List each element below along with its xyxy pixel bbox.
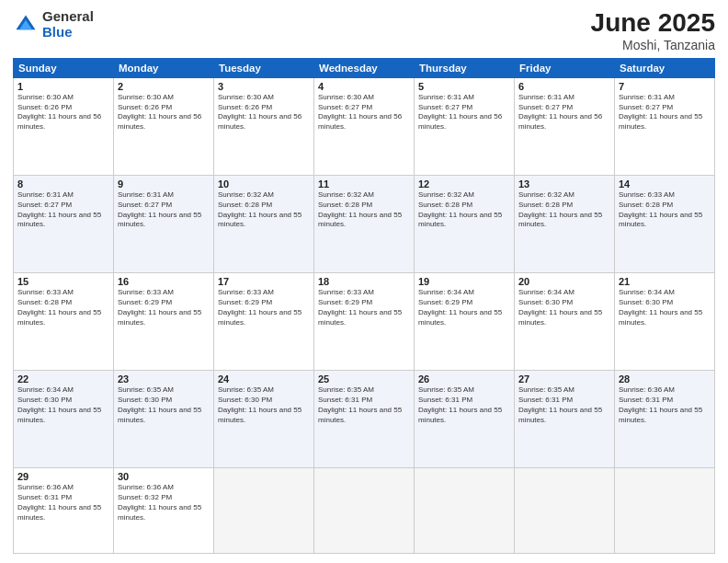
calendar-day-cell: 28Sunrise: 6:36 AMSunset: 6:31 PMDayligh… xyxy=(615,371,715,468)
calendar-header-row: SundayMondayTuesdayWednesdayThursdayFrid… xyxy=(14,58,715,77)
day-number: 30 xyxy=(118,471,210,482)
day-number: 10 xyxy=(218,178,310,190)
day-info: Sunrise: 6:36 AMSunset: 6:31 PMDaylight:… xyxy=(619,385,711,425)
calendar-week-row: 29Sunrise: 6:36 AMSunset: 6:31 PMDayligh… xyxy=(14,468,715,554)
month-title: June 2025 xyxy=(591,9,715,38)
day-number: 5 xyxy=(418,81,510,92)
day-number: 22 xyxy=(17,373,109,385)
day-number: 14 xyxy=(619,178,711,190)
calendar-day-cell xyxy=(314,468,415,554)
day-info: Sunrise: 6:31 AMSunset: 6:27 PMDaylight:… xyxy=(118,190,210,230)
calendar-col-header: Thursday xyxy=(415,58,515,77)
day-number: 20 xyxy=(518,276,610,287)
day-number: 2 xyxy=(118,81,210,92)
day-number: 8 xyxy=(17,178,109,190)
day-info: Sunrise: 6:31 AMSunset: 6:27 PMDaylight:… xyxy=(17,190,109,230)
day-number: 25 xyxy=(318,373,410,385)
day-info: Sunrise: 6:31 AMSunset: 6:27 PMDaylight:… xyxy=(418,93,510,132)
day-number: 17 xyxy=(218,276,310,287)
calendar-day-cell: 14Sunrise: 6:33 AMSunset: 6:28 PMDayligh… xyxy=(615,175,715,272)
calendar-day-cell: 10Sunrise: 6:32 AMSunset: 6:28 PMDayligh… xyxy=(214,175,314,272)
day-info: Sunrise: 6:31 AMSunset: 6:27 PMDaylight:… xyxy=(619,93,711,132)
day-number: 12 xyxy=(418,178,510,190)
day-info: Sunrise: 6:34 AMSunset: 6:30 PMDaylight:… xyxy=(17,385,109,425)
calendar-day-cell: 19Sunrise: 6:34 AMSunset: 6:29 PMDayligh… xyxy=(415,273,515,371)
calendar-day-cell: 17Sunrise: 6:33 AMSunset: 6:29 PMDayligh… xyxy=(214,273,314,371)
calendar-day-cell: 16Sunrise: 6:33 AMSunset: 6:29 PMDayligh… xyxy=(114,273,214,371)
day-number: 21 xyxy=(619,276,711,287)
calendar-day-cell: 5Sunrise: 6:31 AMSunset: 6:27 PMDaylight… xyxy=(415,77,515,175)
day-number: 23 xyxy=(118,373,210,385)
day-number: 4 xyxy=(318,81,410,92)
day-number: 15 xyxy=(17,276,109,287)
day-number: 1 xyxy=(17,81,109,92)
calendar-week-row: 15Sunrise: 6:33 AMSunset: 6:28 PMDayligh… xyxy=(14,273,715,371)
calendar-week-row: 22Sunrise: 6:34 AMSunset: 6:30 PMDayligh… xyxy=(14,371,715,468)
day-info: Sunrise: 6:34 AMSunset: 6:30 PMDaylight:… xyxy=(619,288,711,327)
day-info: Sunrise: 6:35 AMSunset: 6:31 PMDaylight:… xyxy=(518,385,610,425)
calendar-day-cell: 20Sunrise: 6:34 AMSunset: 6:30 PMDayligh… xyxy=(515,273,615,371)
logo: General Blue xyxy=(13,9,94,40)
calendar-day-cell: 15Sunrise: 6:33 AMSunset: 6:28 PMDayligh… xyxy=(14,273,114,371)
calendar-day-cell: 21Sunrise: 6:34 AMSunset: 6:30 PMDayligh… xyxy=(615,273,715,371)
logo-general-text: General xyxy=(42,9,94,25)
day-info: Sunrise: 6:35 AMSunset: 6:31 PMDaylight:… xyxy=(318,385,410,425)
day-number: 9 xyxy=(118,178,210,190)
day-info: Sunrise: 6:36 AMSunset: 6:32 PMDaylight:… xyxy=(118,483,210,523)
calendar-day-cell: 24Sunrise: 6:35 AMSunset: 6:30 PMDayligh… xyxy=(214,371,314,468)
calendar-day-cell xyxy=(214,468,314,554)
calendar-day-cell: 4Sunrise: 6:30 AMSunset: 6:27 PMDaylight… xyxy=(314,77,415,175)
calendar-day-cell: 6Sunrise: 6:31 AMSunset: 6:27 PMDaylight… xyxy=(515,77,615,175)
calendar-day-cell: 29Sunrise: 6:36 AMSunset: 6:31 PMDayligh… xyxy=(14,468,114,554)
calendar-day-cell: 8Sunrise: 6:31 AMSunset: 6:27 PMDaylight… xyxy=(14,175,114,272)
calendar-day-cell: 11Sunrise: 6:32 AMSunset: 6:28 PMDayligh… xyxy=(314,175,415,272)
day-info: Sunrise: 6:30 AMSunset: 6:27 PMDaylight:… xyxy=(318,93,410,132)
calendar-day-cell: 9Sunrise: 6:31 AMSunset: 6:27 PMDaylight… xyxy=(114,175,214,272)
day-number: 3 xyxy=(218,81,310,92)
location-title: Moshi, Tanzania xyxy=(591,38,715,52)
calendar-col-header: Sunday xyxy=(14,58,114,77)
page-header: General Blue June 2025 Moshi, Tanzania xyxy=(13,9,715,52)
calendar-day-cell xyxy=(615,468,715,554)
calendar-col-header: Tuesday xyxy=(214,58,314,77)
calendar-day-cell: 2Sunrise: 6:30 AMSunset: 6:26 PMDaylight… xyxy=(114,77,214,175)
day-info: Sunrise: 6:33 AMSunset: 6:29 PMDaylight:… xyxy=(318,288,410,327)
calendar-col-header: Wednesday xyxy=(314,58,415,77)
calendar-day-cell: 25Sunrise: 6:35 AMSunset: 6:31 PMDayligh… xyxy=(314,371,415,468)
day-info: Sunrise: 6:32 AMSunset: 6:28 PMDaylight:… xyxy=(418,190,510,230)
day-number: 13 xyxy=(518,178,610,190)
logo-icon xyxy=(13,12,39,38)
day-number: 26 xyxy=(418,373,510,385)
calendar-week-row: 1Sunrise: 6:30 AMSunset: 6:26 PMDaylight… xyxy=(14,77,715,175)
day-info: Sunrise: 6:33 AMSunset: 6:29 PMDaylight:… xyxy=(118,288,210,327)
calendar-day-cell: 18Sunrise: 6:33 AMSunset: 6:29 PMDayligh… xyxy=(314,273,415,371)
day-number: 24 xyxy=(218,373,310,385)
calendar-week-row: 8Sunrise: 6:31 AMSunset: 6:27 PMDaylight… xyxy=(14,175,715,272)
day-info: Sunrise: 6:34 AMSunset: 6:30 PMDaylight:… xyxy=(518,288,610,327)
day-number: 29 xyxy=(17,471,109,482)
day-info: Sunrise: 6:30 AMSunset: 6:26 PMDaylight:… xyxy=(118,93,210,132)
day-info: Sunrise: 6:32 AMSunset: 6:28 PMDaylight:… xyxy=(518,190,610,230)
calendar-day-cell: 1Sunrise: 6:30 AMSunset: 6:26 PMDaylight… xyxy=(14,77,114,175)
day-info: Sunrise: 6:31 AMSunset: 6:27 PMDaylight:… xyxy=(518,93,610,132)
calendar-day-cell xyxy=(415,468,515,554)
calendar-day-cell: 22Sunrise: 6:34 AMSunset: 6:30 PMDayligh… xyxy=(14,371,114,468)
day-info: Sunrise: 6:36 AMSunset: 6:31 PMDaylight:… xyxy=(17,483,109,523)
day-info: Sunrise: 6:32 AMSunset: 6:28 PMDaylight:… xyxy=(218,190,310,230)
calendar-day-cell: 26Sunrise: 6:35 AMSunset: 6:31 PMDayligh… xyxy=(415,371,515,468)
day-number: 7 xyxy=(619,81,711,92)
day-number: 18 xyxy=(318,276,410,287)
day-number: 11 xyxy=(318,178,410,190)
logo-blue-text: Blue xyxy=(42,25,94,40)
day-info: Sunrise: 6:30 AMSunset: 6:26 PMDaylight:… xyxy=(17,93,109,132)
day-number: 6 xyxy=(518,81,610,92)
calendar-day-cell: 27Sunrise: 6:35 AMSunset: 6:31 PMDayligh… xyxy=(515,371,615,468)
day-number: 28 xyxy=(619,373,711,385)
calendar-table: SundayMondayTuesdayWednesdayThursdayFrid… xyxy=(13,58,715,554)
day-info: Sunrise: 6:33 AMSunset: 6:28 PMDaylight:… xyxy=(619,190,711,230)
day-info: Sunrise: 6:35 AMSunset: 6:31 PMDaylight:… xyxy=(418,385,510,425)
calendar-day-cell xyxy=(515,468,615,554)
calendar-col-header: Friday xyxy=(515,58,615,77)
calendar-day-cell: 12Sunrise: 6:32 AMSunset: 6:28 PMDayligh… xyxy=(415,175,515,272)
day-info: Sunrise: 6:34 AMSunset: 6:29 PMDaylight:… xyxy=(418,288,510,327)
